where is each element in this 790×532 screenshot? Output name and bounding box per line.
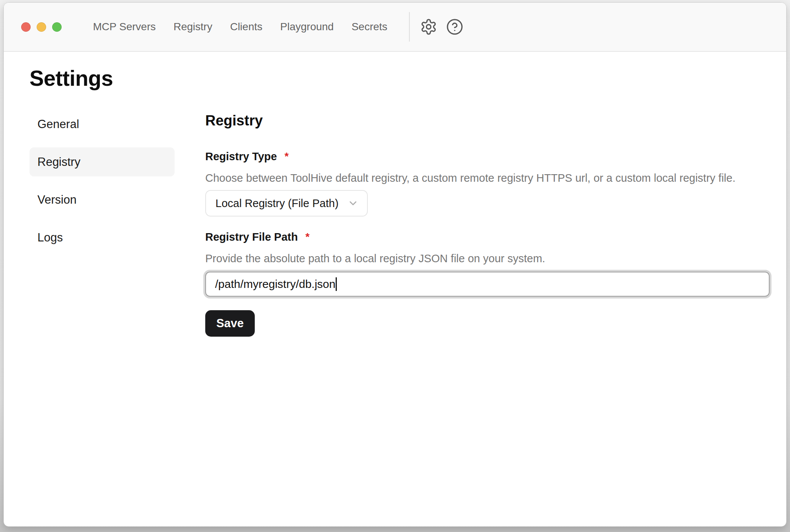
required-asterisk: *	[285, 150, 289, 163]
registry-type-label-text: Registry Type	[205, 150, 277, 163]
text-cursor	[336, 277, 337, 291]
nav-item-playground[interactable]: Playground	[280, 22, 334, 32]
registry-type-selected-value: Local Registry (File Path)	[215, 197, 339, 210]
minimize-button[interactable]	[37, 22, 46, 32]
registry-file-path-label-text: Registry File Path	[205, 230, 298, 244]
save-button[interactable]: Save	[205, 310, 255, 337]
registry-file-path-label: Registry File Path *	[205, 230, 770, 244]
registry-type-description: Choose between ToolHive default registry…	[205, 171, 770, 185]
gear-icon	[420, 18, 437, 36]
nav-item-secrets[interactable]: Secrets	[352, 22, 387, 32]
app-window: MCP Servers Registry Clients Playground …	[3, 2, 787, 527]
page-title: Settings	[29, 62, 786, 94]
settings-button[interactable]	[420, 18, 438, 36]
nav-item-registry[interactable]: Registry	[173, 22, 212, 32]
window-controls	[21, 22, 62, 32]
required-asterisk: *	[305, 230, 310, 244]
zoom-button[interactable]	[52, 22, 62, 32]
close-button[interactable]	[21, 22, 31, 32]
help-circle-icon	[446, 18, 463, 36]
registry-file-path-description: Provide the absolute path to a local reg…	[205, 252, 770, 265]
chevron-down-icon	[347, 198, 359, 209]
registry-file-path-value: /path/myregistry/db.json	[215, 278, 335, 291]
registry-file-path-input[interactable]: /path/myregistry/db.json	[205, 272, 770, 297]
registry-settings-panel: Registry Registry Type * Choose between …	[205, 110, 770, 337]
sidebar-item-registry[interactable]: Registry	[29, 147, 175, 176]
sidebar-item-general[interactable]: General	[29, 110, 175, 139]
section-heading: Registry	[205, 112, 770, 129]
registry-type-select[interactable]: Local Registry (File Path)	[205, 190, 368, 217]
nav-item-clients[interactable]: Clients	[230, 22, 263, 32]
titlebar-divider	[409, 12, 410, 42]
nav-item-mcp-servers[interactable]: MCP Servers	[93, 22, 156, 32]
settings-sidebar: General Registry Version Logs	[29, 110, 175, 337]
help-button[interactable]	[446, 18, 464, 36]
sidebar-item-logs[interactable]: Logs	[29, 223, 175, 252]
top-nav: MCP Servers Registry Clients Playground …	[93, 22, 387, 32]
titlebar: MCP Servers Registry Clients Playground …	[4, 3, 786, 52]
settings-content: General Registry Version Logs Registry R…	[4, 110, 786, 337]
sidebar-item-version[interactable]: Version	[29, 185, 175, 214]
registry-type-label: Registry Type *	[205, 150, 770, 163]
